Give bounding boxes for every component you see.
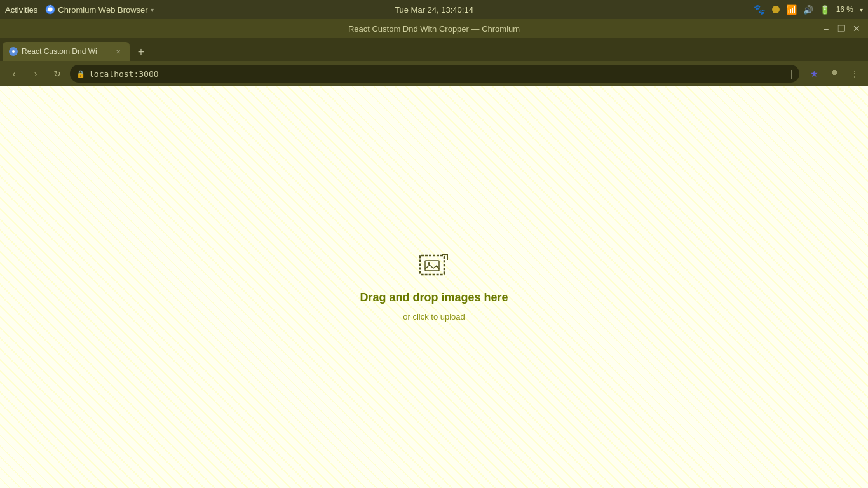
address-bar: ‹ › ↻ 🔒 | ★ ⋮ — [0, 61, 868, 86]
back-button[interactable]: ‹ — [5, 65, 23, 83]
restore-button[interactable]: ❐ — [835, 22, 848, 35]
system-bar-left: Activities Chromium Web Browser ▾ — [5, 4, 154, 15]
browser-name-label: Chromium Web Browser — [58, 5, 147, 15]
wifi-icon[interactable]: 📶 — [786, 4, 797, 15]
security-icon: 🔒 — [76, 70, 85, 78]
battery-label: 16 % — [836, 5, 853, 14]
address-input-wrap[interactable]: 🔒 | — [70, 65, 799, 83]
window-title-bar: React Custom Dnd With Cropper — Chromium… — [0, 19, 868, 38]
puzzle-icon — [829, 69, 839, 79]
tab-close-button[interactable]: ✕ — [113, 46, 123, 57]
close-button[interactable]: ✕ — [850, 22, 863, 35]
tab-bar: React Custom Dnd Wi ✕ + — [0, 38, 868, 61]
minimize-button[interactable]: – — [820, 22, 832, 35]
system-tray: 🐾 📶 🔊 🔋 16 % ▾ — [754, 4, 863, 15]
tab-favicon — [9, 47, 18, 56]
svg-point-3 — [12, 50, 15, 53]
bookmark-icon[interactable]: ★ — [806, 65, 822, 82]
browser-dropdown-icon[interactable]: ▾ — [151, 6, 154, 13]
browser-indicator[interactable]: Chromium Web Browser ▾ — [45, 4, 153, 15]
drag-drop-icon — [419, 253, 449, 280]
window-controls: – ❐ ✕ — [820, 22, 863, 35]
active-tab[interactable]: React Custom Dnd Wi ✕ — [3, 42, 130, 61]
volume-icon[interactable]: 🔊 — [803, 5, 813, 15]
browser-content[interactable]: Drag and drop images here or click to up… — [0, 86, 868, 488]
battery-icon[interactable]: 🔋 — [820, 5, 830, 15]
tab-favicon-icon — [10, 48, 17, 55]
drop-zone-main-text: Drag and drop images here — [360, 291, 508, 304]
address-input[interactable] — [89, 69, 787, 79]
activities-button[interactable]: Activities — [5, 5, 37, 15]
tab-title: React Custom Dnd Wi — [22, 47, 109, 56]
menu-icon[interactable]: ⋮ — [846, 65, 863, 82]
paw-icon[interactable]: 🐾 — [754, 4, 766, 15]
reload-button[interactable]: ↻ — [48, 65, 66, 83]
datetime-display: Tue Mar 24, 13:40:14 — [395, 5, 473, 15]
new-tab-button[interactable]: + — [132, 43, 150, 61]
cursor-indicator: | — [790, 69, 793, 79]
window-title: React Custom Dnd With Cropper — Chromium — [348, 24, 520, 34]
circle-indicator — [772, 6, 780, 13]
toolbar-icons: ★ ⋮ — [806, 65, 863, 82]
drop-zone-container[interactable]: Drag and drop images here or click to up… — [0, 86, 868, 488]
chromium-icon — [45, 4, 55, 15]
system-bar: Activities Chromium Web Browser ▾ Tue Ma… — [0, 0, 868, 19]
power-dropdown-icon[interactable]: ▾ — [860, 6, 863, 13]
svg-rect-4 — [420, 255, 444, 274]
upload-image-icon — [419, 253, 449, 283]
extension-icon[interactable] — [826, 65, 843, 82]
drop-zone-sub-text: or click to upload — [403, 312, 465, 322]
drop-zone-center: Drag and drop images here or click to up… — [360, 253, 508, 322]
forward-button[interactable]: › — [27, 65, 44, 83]
